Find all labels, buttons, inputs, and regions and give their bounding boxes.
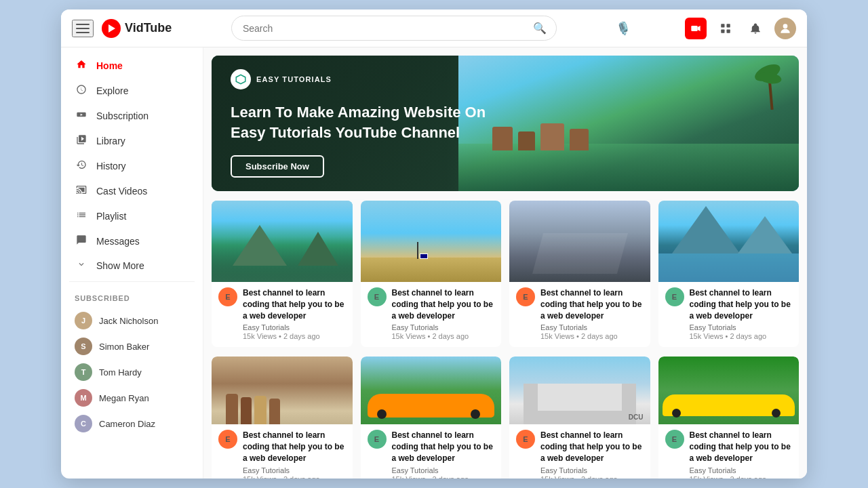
sub-item-jack[interactable]: J Jack Nicholson: [75, 308, 189, 333]
svg-marker-1: [698, 26, 701, 31]
svg-rect-3: [726, 24, 730, 27]
svg-point-6: [783, 24, 788, 28]
playlist-label: Playlist: [96, 211, 126, 222]
content-area: EASY TUTORIALS Learn To Make Amazing Web…: [203, 47, 807, 479]
video-thumb-4: [658, 201, 800, 282]
chevron-down-icon: [75, 260, 88, 271]
channel-avatar-1: E: [218, 287, 237, 306]
video-thumb-7: DCU: [509, 357, 650, 424]
search-input[interactable]: [232, 18, 524, 39]
show-more-button[interactable]: Show More: [61, 253, 203, 277]
history-icon: [75, 159, 88, 172]
svg-rect-2: [721, 24, 724, 27]
video-thumb-2: [361, 201, 502, 282]
sidebar-item-history[interactable]: History: [61, 153, 203, 178]
explore-icon: [75, 84, 88, 97]
video-card-8[interactable]: E Best channel to learn coding that help…: [658, 357, 800, 479]
video-card-7[interactable]: DCU E Best channel to learn coding that …: [509, 357, 650, 479]
svg-rect-0: [691, 26, 697, 31]
notifications-button[interactable]: [745, 18, 766, 39]
logo-text: VidTube: [125, 21, 172, 35]
library-label: Library: [96, 136, 125, 146]
video-meta-2: Best channel to learn coding that help y…: [392, 287, 495, 340]
home-icon: [75, 59, 88, 72]
video-card-2[interactable]: E Best channel to learn coding that help…: [361, 201, 502, 347]
video-thumb-1: [212, 201, 353, 282]
video-title-7: Best channel to learn coding that help y…: [540, 430, 644, 464]
header-actions: [685, 18, 796, 39]
playlist-icon: [75, 209, 88, 222]
video-card-3[interactable]: E Best channel to learn coding that help…: [509, 201, 650, 347]
subscription-icon: [75, 109, 88, 122]
video-stats-1: 15k Views • 2 days ago: [243, 332, 346, 340]
svg-rect-4: [721, 29, 724, 33]
hero-content: EASY TUTORIALS Learn To Make Amazing Web…: [212, 56, 799, 191]
sub-item-simon[interactable]: S Simon Baker: [75, 333, 189, 359]
video-thumb-3: [509, 201, 650, 282]
main-layout: Home Explore Subscription Library: [61, 47, 807, 479]
hero-subscribe-button[interactable]: Subscribe Now: [231, 155, 324, 178]
video-channel-4: Easy Tutorials: [690, 323, 793, 331]
video-thumb-8: [658, 357, 800, 424]
sub-name-tom: Tom Hardy: [99, 367, 142, 378]
video-card-6[interactable]: E Best channel to learn coding that help…: [361, 357, 502, 479]
video-card-4[interactable]: E Best channel to learn coding that help…: [658, 201, 800, 347]
video-channel-1: Easy Tutorials: [243, 323, 346, 331]
video-meta-4: Best channel to learn coding that help y…: [690, 287, 793, 340]
hero-banner[interactable]: EASY TUTORIALS Learn To Make Amazing Web…: [212, 56, 799, 191]
video-info-2: E Best channel to learn coding that help…: [361, 282, 502, 347]
logo-area[interactable]: VidTube: [102, 19, 172, 38]
sidebar-item-explore[interactable]: Explore: [61, 78, 203, 103]
video-title-6: Best channel to learn coding that help y…: [392, 430, 495, 464]
sub-item-megan[interactable]: M Megan Ryan: [75, 385, 189, 411]
channel-avatar-4: E: [665, 287, 684, 306]
channel-avatar-5: E: [218, 430, 237, 449]
video-meta-6: Best channel to learn coding that help y…: [392, 430, 495, 479]
video-channel-5: Easy Tutorials: [243, 466, 346, 474]
subscribed-heading: SUBSCRIBED: [75, 294, 189, 302]
browser-window: VidTube 🔍 🎙️: [61, 9, 807, 479]
video-stats-3: 15k Views • 2 days ago: [540, 332, 644, 340]
video-meta-8: Best channel to learn coding that help y…: [690, 430, 793, 479]
video-card-5[interactable]: E Best channel to learn coding that help…: [212, 357, 353, 479]
library-icon: [75, 134, 88, 147]
sidebar-item-cast[interactable]: Cast Videos: [61, 178, 203, 203]
video-stats-5: 15k Views • 2 days ago: [243, 475, 346, 479]
video-meta-1: Best channel to learn coding that help y…: [243, 287, 346, 340]
sidebar-item-home[interactable]: Home: [61, 53, 203, 78]
video-info-7: E Best channel to learn coding that help…: [509, 424, 650, 479]
apps-button[interactable]: [715, 18, 736, 39]
video-title-1: Best channel to learn coding that help y…: [243, 287, 346, 321]
video-info-4: E Best channel to learn coding that help…: [658, 282, 800, 347]
video-title-8: Best channel to learn coding that help y…: [690, 430, 793, 464]
sidebar-item-library[interactable]: Library: [61, 128, 203, 153]
profile-avatar[interactable]: [774, 18, 796, 39]
mic-button[interactable]: 🎙️: [616, 21, 631, 36]
sub-avatar-megan: M: [75, 389, 92, 407]
video-thumb-6: [361, 357, 502, 424]
hamburger-button[interactable]: [72, 20, 94, 37]
hero-channel-logo: [231, 69, 251, 89]
video-meta-5: Best channel to learn coding that help y…: [243, 430, 346, 479]
sidebar-item-messages[interactable]: Messages: [61, 228, 203, 253]
video-stats-2: 15k Views • 2 days ago: [392, 332, 495, 340]
sub-item-tom[interactable]: T Tom Hardy: [75, 359, 189, 385]
video-meta-7: Best channel to learn coding that help y…: [540, 430, 644, 479]
video-stats-6: 15k Views • 2 days ago: [392, 475, 495, 479]
sub-avatar-jack: J: [75, 312, 92, 329]
video-channel-3: Easy Tutorials: [540, 323, 644, 331]
video-card-1[interactable]: E Best channel to learn coding that help…: [212, 201, 353, 347]
video-title-2: Best channel to learn coding that help y…: [392, 287, 495, 321]
video-stats-4: 15k Views • 2 days ago: [690, 332, 793, 340]
sidebar-item-playlist[interactable]: Playlist: [61, 203, 203, 228]
video-channel-7: Easy Tutorials: [540, 466, 644, 474]
sidebar-item-subscription[interactable]: Subscription: [61, 103, 203, 128]
subscription-label: Subscription: [96, 110, 149, 121]
sub-avatar-simon: S: [75, 338, 92, 355]
create-button[interactable]: [685, 18, 707, 39]
messages-label: Messages: [96, 236, 140, 247]
sub-item-cameron[interactable]: C Cameron Diaz: [75, 411, 189, 436]
channel-avatar-8: E: [665, 430, 684, 449]
cast-icon: [75, 184, 88, 197]
search-button[interactable]: 🔍: [524, 16, 556, 40]
